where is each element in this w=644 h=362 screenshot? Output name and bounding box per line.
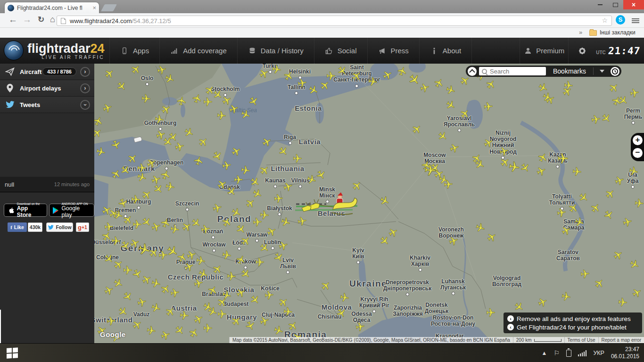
aircraft-icon[interactable] — [432, 76, 445, 89]
aircraft-icon[interactable] — [121, 290, 134, 303]
dropdown-caret-icon[interactable] — [600, 70, 604, 73]
nav-add-coverage[interactable]: Add coverage — [160, 38, 238, 64]
aircraft-icon[interactable] — [396, 65, 408, 77]
aircraft-icon[interactable] — [258, 241, 271, 255]
aircraft-icon[interactable] — [618, 297, 628, 307]
aircraft-icon[interactable] — [211, 149, 223, 162]
aircraft-icon[interactable] — [257, 67, 270, 80]
action-center-flag-icon[interactable]: ⚐ — [553, 349, 560, 357]
aircraft-icon[interactable] — [187, 326, 200, 339]
aircraft-icon[interactable] — [335, 306, 347, 319]
aircraft-icon[interactable] — [485, 230, 498, 244]
aircraft-icon[interactable] — [326, 71, 336, 81]
tab-close-icon[interactable]: × — [92, 4, 96, 11]
browser-tab[interactable]: Flightradar24.com - Live fl × — [5, 2, 99, 13]
aircraft-icon[interactable] — [486, 308, 495, 317]
back-button[interactable]: ← — [8, 15, 17, 25]
aircraft-icon[interactable] — [589, 201, 602, 214]
zoom-out-button[interactable]: − — [633, 148, 643, 158]
tweet-item[interactable]: null 12 minutes ago — [0, 177, 94, 192]
aircraft-icon[interactable] — [115, 80, 128, 93]
aircraft-icon[interactable] — [235, 254, 248, 266]
aircraft-icon[interactable] — [378, 234, 391, 247]
aircraft-icon[interactable] — [277, 145, 290, 158]
aircraft-icon[interactable] — [286, 319, 299, 332]
aircraft-icon[interactable] — [217, 309, 227, 319]
aircraft-icon[interactable] — [350, 179, 363, 192]
aircraft-icon[interactable] — [94, 115, 104, 128]
aircraft-icon[interactable] — [103, 67, 116, 80]
aircraft-icon[interactable] — [252, 217, 263, 227]
aircraft-icon[interactable] — [212, 202, 223, 214]
aircraft-icon[interactable] — [247, 95, 260, 107]
skype-extension-icon[interactable]: S — [616, 15, 625, 25]
aircraft-icon[interactable] — [293, 154, 302, 163]
aircraft-icon[interactable] — [447, 235, 460, 247]
aircraft-icon[interactable] — [556, 207, 567, 218]
aircraft-icon[interactable] — [336, 64, 349, 77]
nav-social[interactable]: Social — [314, 38, 368, 64]
aircraft-icon[interactable] — [628, 258, 641, 271]
aircraft-icon[interactable] — [136, 296, 148, 308]
aircraft-icon[interactable] — [613, 174, 626, 187]
aircraft-icon[interactable] — [630, 286, 643, 299]
aircraft-icon[interactable] — [123, 265, 132, 275]
facebook-like-button[interactable]: fLike — [8, 222, 27, 232]
aircraft-icon[interactable] — [228, 103, 240, 115]
aircraft-icon[interactable] — [283, 306, 293, 317]
network-signal-icon[interactable] — [578, 350, 587, 356]
aircraft-icon[interactable] — [600, 112, 613, 125]
aircraft-icon[interactable] — [271, 64, 282, 74]
bookmarks-button[interactable]: Bookmarks — [548, 67, 591, 75]
aircraft-icon[interactable] — [140, 188, 153, 201]
window-restore-button[interactable] — [608, 0, 622, 9]
aircraft-icon[interactable] — [445, 84, 457, 96]
aircraft-icon[interactable] — [211, 263, 224, 276]
aircraft-icon[interactable] — [273, 193, 284, 204]
chevron-right-icon[interactable]: › — [80, 67, 90, 77]
map[interactable]: OsloStockholmGothenburgCopenhagenDenmark… — [94, 64, 644, 343]
aircraft-icon[interactable] — [117, 197, 129, 209]
aircraft-icon[interactable] — [179, 310, 190, 321]
aircraft-icon[interactable] — [536, 151, 549, 164]
aircraft-icon[interactable] — [176, 95, 187, 106]
aircraft-icon[interactable] — [381, 68, 394, 81]
aircraft-icon[interactable] — [573, 216, 586, 228]
aircraft-icon[interactable] — [255, 257, 264, 267]
aircraft-icon[interactable] — [234, 175, 243, 184]
aircraft-icon[interactable] — [191, 92, 203, 105]
aircraft-icon[interactable] — [174, 141, 185, 152]
aircraft-icon[interactable] — [258, 164, 271, 177]
aircraft-icon[interactable] — [458, 107, 471, 120]
aircraft-icon[interactable] — [572, 166, 582, 177]
aircraft-icon[interactable] — [193, 155, 204, 166]
aircraft-icon[interactable] — [239, 267, 252, 280]
window-close-button[interactable]: × — [623, 0, 644, 9]
remove-ads-link[interactable]: ‹Remove all ads and enjoy extra features — [507, 315, 642, 322]
aircraft-icon[interactable] — [169, 287, 180, 298]
aircraft-icon[interactable] — [173, 324, 186, 337]
aircraft-icon[interactable] — [378, 194, 391, 207]
window-minimize-button[interactable] — [593, 0, 607, 9]
aircraft-icon[interactable] — [561, 291, 571, 302]
aircraft-icon[interactable] — [264, 290, 274, 300]
aircraft-icon[interactable] — [169, 223, 180, 234]
nav-apps[interactable]: Apps — [109, 38, 160, 64]
bookmarks-overflow-icon[interactable]: » — [579, 29, 582, 36]
premium-button[interactable]: Premium — [520, 38, 569, 64]
fr24-logo[interactable]: flightradar24 LIVE AIR TRAFFIC — [4, 41, 105, 60]
aircraft-icon[interactable] — [622, 216, 633, 228]
aircraft-icon[interactable] — [387, 226, 399, 239]
twitter-follow-button[interactable]: Follow — [46, 222, 73, 232]
aircraft-icon[interactable] — [419, 82, 430, 93]
time-travel-button[interactable] — [611, 67, 619, 76]
search-box[interactable] — [479, 67, 546, 75]
aircraft-icon[interactable] — [443, 179, 454, 189]
aircraft-icon[interactable] — [116, 305, 130, 318]
aircraft-icon[interactable] — [603, 187, 617, 200]
aircraft-icon[interactable] — [567, 201, 580, 214]
other-bookmarks-button[interactable]: Інші закладки — [600, 29, 636, 36]
url-text[interactable]: www.flightradar24.com/54.36,27.12/5 — [70, 17, 171, 25]
aircraft-icon[interactable] — [272, 251, 285, 263]
aircraft-icon[interactable] — [159, 103, 173, 116]
